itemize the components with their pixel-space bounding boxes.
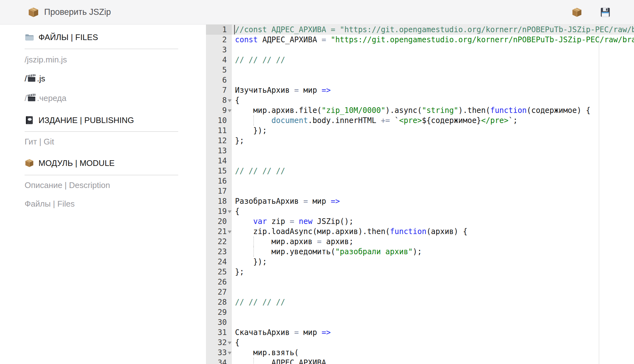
code-text[interactable]: };: [232, 267, 634, 277]
code-line: 24 });: [206, 257, 634, 267]
code-token: ).then(: [458, 106, 490, 115]
gutter-cell: 11: [206, 126, 232, 136]
code-text[interactable]: [232, 45, 634, 55]
code-editor[interactable]: 1//const АДРЕС_АРХИВА = "https://git.ope…: [206, 25, 634, 364]
code-text[interactable]: [232, 176, 634, 186]
code-text[interactable]: [232, 287, 634, 297]
code-token: ${содержимое}: [422, 116, 481, 125]
sidebar-item-jszip-min-js[interactable]: /jszip.min.js: [25, 54, 206, 65]
code-token: ИзучитьАрхив: [235, 86, 294, 95]
fold-arrow-icon[interactable]: [228, 99, 232, 102]
gutter-cell: 13: [206, 146, 232, 156]
code-token: =: [317, 237, 321, 246]
code-text[interactable]: };: [232, 136, 634, 146]
code-text[interactable]: СкачатьАрхив = мир =>: [232, 327, 634, 338]
line-number: 10: [218, 116, 227, 125]
sidebar-item-clapper-chereda[interactable]: /.череда: [25, 92, 206, 104]
code-token: мир.архив: [235, 237, 317, 246]
line-number: 14: [218, 156, 227, 165]
code-token: "string": [422, 106, 458, 115]
divider: [25, 49, 178, 49]
gutter-cell: 2: [206, 35, 232, 45]
gutter-cell: 32: [206, 338, 232, 348]
sidebar-item-git[interactable]: Гит | Git: [25, 136, 206, 147]
notebook-icon: [25, 115, 34, 125]
code-token: };: [235, 136, 244, 145]
code-text[interactable]: [232, 146, 634, 156]
code-text[interactable]: //const АДРЕС_АРХИВА = "https://git.open…: [232, 25, 634, 35]
code-token: `;: [508, 116, 518, 125]
package-button[interactable]: [571, 6, 583, 18]
code-text[interactable]: document.body.innerHTML += `<pre>${содер…: [232, 115, 634, 126]
code-text[interactable]: [232, 307, 634, 317]
code-token: const: [235, 35, 258, 44]
save-button[interactable]: [599, 6, 611, 18]
code-text[interactable]: [232, 156, 634, 166]
code-text[interactable]: РазобратьАрхив = мир =>: [232, 196, 634, 206]
code-token: // // // //: [235, 298, 285, 307]
code-token: мир: [299, 86, 321, 95]
code-token: [235, 217, 253, 226]
code-text[interactable]: мир.архив = архив;: [232, 237, 634, 247]
code-token: document: [272, 116, 308, 125]
code-token: <pre>: [399, 116, 422, 125]
code-line: 22 мир.архив = архив;: [206, 237, 634, 247]
code-token: ).async(: [385, 106, 422, 115]
code-text[interactable]: var zip = new JSZip();: [232, 216, 634, 226]
code-text[interactable]: });: [232, 126, 634, 136]
code-text[interactable]: [232, 75, 634, 85]
fold-arrow-icon[interactable]: [228, 352, 232, 355]
code-text[interactable]: zip.loadAsync(мир.архив).then(function(а…: [232, 226, 634, 237]
code-token: мир.взять(: [235, 348, 299, 357]
code-text[interactable]: [232, 277, 634, 287]
code-text[interactable]: {: [232, 338, 634, 348]
code-line: 31СкачатьАрхив = мир =>: [206, 327, 634, 338]
code-text[interactable]: // // // //: [232, 166, 634, 176]
code-text[interactable]: АДРЕС_АРХИВА: [232, 358, 634, 364]
code-text[interactable]: const АДРЕС_АРХИВА = "https://git.openga…: [232, 35, 634, 45]
code-token: //const АДРЕС_АРХИВА = "https://git.open…: [235, 25, 634, 34]
code-token: мир: [308, 197, 331, 206]
fold-arrow-icon[interactable]: [228, 231, 232, 233]
code-text[interactable]: {: [232, 206, 634, 216]
code-text[interactable]: });: [232, 257, 634, 267]
code-text[interactable]: {: [232, 95, 634, 105]
gutter-cell: 26: [206, 277, 232, 287]
code-text[interactable]: мир.архив.file("zip_10M/0000").async("st…: [232, 105, 634, 115]
gutter-cell: 19: [206, 206, 232, 216]
divider: [25, 131, 178, 132]
code-text[interactable]: // // // //: [232, 297, 634, 307]
gutter-cell: 9: [206, 105, 232, 115]
fold-arrow-icon[interactable]: [228, 109, 232, 112]
code-token: {: [235, 338, 239, 347]
fold-arrow-icon[interactable]: [228, 210, 232, 213]
code-token: zip: [267, 217, 290, 226]
code-line: 11 });: [206, 126, 634, 136]
sidebar-item-files[interactable]: Файлы | Files: [25, 198, 206, 209]
fold-arrow-icon[interactable]: [228, 342, 232, 344]
code-line: 8{: [206, 95, 634, 105]
code-line: 14: [206, 156, 634, 166]
gutter-cell: 27: [206, 287, 232, 297]
code-text[interactable]: [232, 317, 634, 327]
sidebar-item-description[interactable]: Описание | Description: [25, 179, 206, 191]
gutter-cell: 31: [206, 327, 232, 338]
code-text[interactable]: [232, 186, 634, 196]
code-line: 16: [206, 176, 634, 186]
code-text[interactable]: ИзучитьАрхив = мир =>: [232, 85, 634, 95]
code-line: 21 zip.loadAsync(мир.архив).then(functio…: [206, 226, 634, 237]
code-line: 2const АДРЕС_АРХИВА = "https://git.openg…: [206, 35, 634, 45]
gutter-cell: 7: [206, 85, 232, 95]
line-number: 23: [218, 247, 227, 256]
code-text[interactable]: // // // //: [232, 55, 634, 65]
code-text[interactable]: [232, 65, 634, 75]
sidebar-item-clapper-js[interactable]: /.js: [25, 73, 206, 84]
code-text[interactable]: мир.уведомить("разобрали архив");: [232, 247, 634, 257]
line-number: 28: [218, 298, 227, 307]
clapper-icon: [27, 74, 36, 83]
code-text[interactable]: мир.взять(: [232, 348, 634, 358]
code-token: };: [235, 267, 244, 276]
line-number: 7: [222, 86, 227, 95]
code-token: });: [235, 126, 267, 135]
gutter-cell: 12: [206, 136, 232, 146]
